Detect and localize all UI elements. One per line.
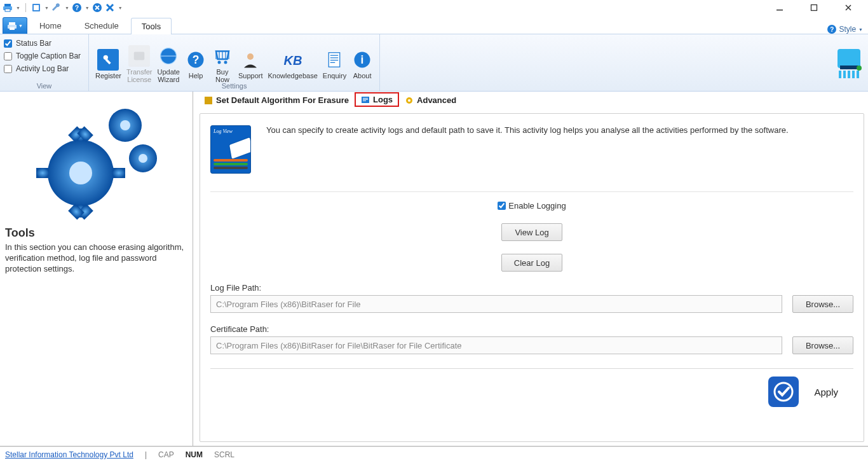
register-button[interactable]: Register (93, 49, 124, 79)
x-icon[interactable] (105, 3, 115, 13)
svg-rect-35 (852, 71, 855, 78)
about-button[interactable]: i About (349, 49, 376, 79)
tab-tools[interactable]: Tools (131, 18, 172, 34)
logs-pane: Log View You can specify to create activ… (200, 113, 864, 442)
subtab-logs[interactable]: Logs (355, 92, 399, 107)
num-indicator: NUM (186, 450, 203, 459)
product-logo (830, 34, 868, 91)
svg-rect-36 (857, 71, 859, 78)
svg-point-37 (857, 66, 862, 71)
window-minimize-button[interactable] (770, 1, 789, 14)
svg-rect-24 (330, 55, 339, 55)
tab-home[interactable]: Home (29, 17, 72, 34)
log-file-path-input[interactable] (210, 295, 782, 313)
printer-icon[interactable] (3, 3, 13, 13)
subtab-advanced[interactable]: Advanced (399, 93, 462, 107)
group-caption: Settings (89, 82, 379, 90)
svg-rect-42 (112, 168, 125, 178)
help-icon[interactable]: ? (72, 3, 82, 13)
file-menu-button[interactable]: ▼ (3, 17, 27, 34)
help-icon[interactable]: ? (827, 25, 836, 34)
status-bar: Stellar Information Technology Pvt Ltd |… (0, 446, 868, 462)
ribbon: Status Bar Toggle Caption Bar Activity L… (0, 34, 868, 92)
chevron-down-icon[interactable]: ▼ (858, 27, 863, 32)
knowledgebase-button[interactable]: KB Knowledgebase (266, 49, 320, 79)
workspace: Tools In this section you can choose era… (0, 92, 868, 446)
toggle-caption-toggle[interactable]: Toggle Caption Bar (4, 50, 85, 62)
certificate-path-input[interactable] (210, 336, 782, 354)
window-maximize-button[interactable] (804, 1, 824, 14)
group-caption: View (0, 82, 88, 90)
svg-point-49 (120, 120, 130, 130)
help-icon: ? (185, 49, 207, 71)
svg-rect-34 (848, 71, 850, 78)
enquiry-button[interactable]: Enquiry (320, 49, 349, 79)
svg-rect-27 (330, 62, 336, 62)
svg-point-20 (224, 60, 227, 64)
wrench-icon[interactable] (51, 3, 62, 13)
subtab-algorithm[interactable]: Set Default Algorithm For Erasure (198, 93, 355, 107)
activity-log-toggle[interactable]: Activity Log Bar (4, 62, 85, 75)
clear-log-button[interactable]: Clear Log (501, 254, 562, 272)
subtabs: Set Default Algorithm For Erasure Logs A… (193, 92, 868, 107)
chevron-down-icon[interactable]: ▼ (65, 6, 69, 10)
gear-icon (405, 96, 414, 105)
support-button[interactable]: Support (236, 49, 266, 79)
certificate-browse-button[interactable]: Browse... (792, 336, 853, 354)
vendor-link[interactable]: Stellar Information Technology Pvt Ltd (5, 450, 133, 459)
apply-row: Apply (210, 377, 853, 407)
person-icon (240, 49, 261, 71)
svg-rect-56 (363, 100, 366, 101)
side-description: In this section you can choose erasing a… (5, 242, 187, 275)
chevron-down-icon[interactable]: ▼ (85, 6, 90, 10)
svg-text:KB: KB (283, 53, 302, 67)
enable-logging-toggle[interactable]: Enable Logging (498, 201, 566, 211)
svg-rect-15 (134, 52, 145, 60)
update-wizard-button[interactable]: UpdateWizard (155, 45, 182, 83)
logs-intro-text: You can specify to create activity logs … (266, 125, 789, 135)
log-view-thumbnail: Log View (210, 125, 251, 174)
chevron-down-icon[interactable]: ▼ (16, 6, 20, 10)
svg-rect-4 (34, 5, 39, 10)
svg-rect-14 (105, 59, 111, 64)
apply-button[interactable]: Apply (814, 387, 838, 397)
certificate-path-label: Certificate Path: (210, 324, 853, 334)
main-panel: Set Default Algorithm For Erasure Logs A… (193, 92, 868, 446)
svg-point-21 (247, 53, 254, 60)
window-close-button[interactable] (839, 1, 858, 14)
gears-illustration (5, 94, 187, 226)
license-icon (128, 45, 150, 67)
kb-icon: KB (282, 49, 304, 71)
svg-rect-8 (776, 10, 783, 11)
status-bar-toggle[interactable]: Status Bar (4, 37, 85, 50)
view-log-button[interactable]: View Log (501, 223, 562, 241)
svg-text:?: ? (75, 4, 79, 11)
globe-icon (158, 45, 179, 67)
chevron-down-icon[interactable]: ▼ (44, 6, 49, 10)
svg-point-51 (139, 154, 147, 163)
svg-rect-31 (840, 66, 858, 69)
help-button[interactable]: ? Help (182, 49, 209, 79)
svg-rect-2 (5, 9, 10, 11)
svg-rect-32 (839, 71, 841, 78)
book-icon[interactable] (31, 3, 41, 13)
checkmark-icon (768, 377, 799, 407)
cart-icon (212, 45, 233, 67)
info-icon: i (351, 49, 373, 71)
buy-now-button[interactable]: BuyNow (209, 45, 236, 83)
printer-icon (7, 21, 17, 31)
document-icon (323, 49, 345, 71)
log-icon (361, 95, 370, 104)
tab-schedule[interactable]: Schedule (74, 17, 130, 34)
svg-rect-26 (330, 60, 339, 60)
quick-access-toolbar: ▼ ▼ ▼ ? ▼ ▼ (0, 0, 868, 15)
svg-rect-41 (36, 168, 49, 178)
ribbon-tab-row: ▼ Home Schedule Tools ? Style ▼ (0, 15, 868, 34)
style-menu[interactable]: Style (839, 25, 856, 34)
svg-text:?: ? (193, 53, 200, 66)
side-title: Tools (5, 226, 187, 240)
chevron-down-icon[interactable]: ▼ (118, 6, 123, 10)
log-file-browse-button[interactable]: Browse... (792, 295, 853, 313)
shield-icon (204, 96, 213, 105)
close-round-icon[interactable] (92, 3, 102, 13)
